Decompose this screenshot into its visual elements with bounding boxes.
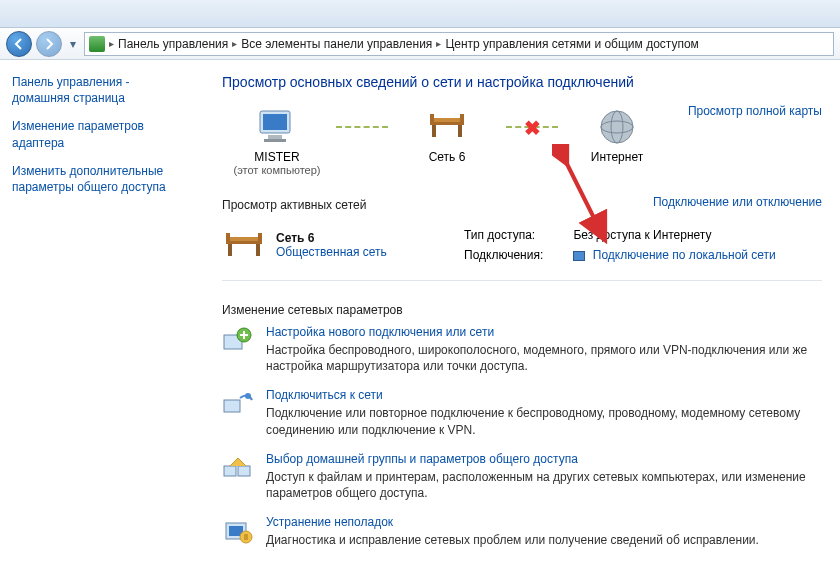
node-internet[interactable]: Интернет — [562, 104, 672, 164]
address-bar[interactable]: ▸ Панель управления ▸ Все элементы панел… — [84, 32, 834, 56]
troubleshoot-icon — [222, 515, 254, 547]
main-content: Просмотр основных сведений о сети и наст… — [200, 60, 840, 570]
breadcrumb-arrow-icon: ▸ — [109, 38, 114, 49]
svg-rect-17 — [256, 244, 260, 256]
task-troubleshoot[interactable]: Устранение неполадок Диагностика и испра… — [222, 515, 822, 548]
task-title[interactable]: Устранение неполадок — [266, 515, 759, 529]
svg-rect-8 — [430, 114, 434, 124]
node-pc-sub: (этот компьютер) — [222, 164, 332, 176]
lan-icon — [573, 251, 585, 261]
homegroup-icon — [222, 452, 254, 484]
task-title[interactable]: Настройка нового подключения или сети — [266, 325, 822, 339]
task-homegroup[interactable]: Выбор домашней группы и параметров общег… — [222, 452, 822, 501]
active-net-name: Сеть 6 — [276, 231, 446, 245]
task-title[interactable]: Выбор домашней группы и параметров общег… — [266, 452, 822, 466]
breadcrumb-seg2[interactable]: Все элементы панели управления — [241, 37, 432, 51]
network-map: MISTER (этот компьютер) Сеть 6 ✖ Интерне… — [222, 104, 822, 176]
access-type-label: Тип доступа: — [458, 226, 565, 244]
node-internet-label: Интернет — [562, 150, 672, 164]
task-desc: Настройка беспроводного, широкополосного… — [266, 342, 822, 374]
network-params-label: Изменение сетевых параметров — [222, 303, 822, 317]
task-desc: Диагностика и исправление сетевых пробле… — [266, 532, 759, 548]
svg-point-23 — [245, 393, 251, 399]
svg-rect-25 — [238, 466, 250, 476]
navigation-toolbar: ▾ ▸ Панель управления ▸ Все элементы пан… — [0, 28, 840, 60]
node-network[interactable]: Сеть 6 — [392, 104, 502, 164]
connection-line-broken-icon: ✖ — [502, 104, 562, 150]
task-desc: Доступ к файлам и принтерам, расположенн… — [266, 469, 822, 501]
connection-line-icon — [332, 104, 392, 150]
connect-network-icon — [222, 388, 254, 420]
full-map-link[interactable]: Просмотр полной карты — [688, 104, 822, 118]
svg-rect-9 — [460, 114, 464, 124]
breadcrumb-seg1[interactable]: Панель управления — [118, 37, 228, 51]
connection-error-icon: ✖ — [524, 116, 541, 140]
back-button[interactable] — [6, 31, 32, 57]
history-dropdown-icon[interactable]: ▾ — [66, 33, 80, 55]
svg-rect-16 — [228, 244, 232, 256]
svg-rect-29 — [244, 534, 248, 540]
connect-disconnect-link[interactable]: Подключение или отключение — [653, 195, 822, 209]
window-titlebar — [0, 0, 840, 28]
node-net-name: Сеть 6 — [392, 150, 502, 164]
svg-rect-15 — [226, 241, 262, 244]
bench-icon — [222, 229, 266, 261]
task-title[interactable]: Подключиться к сети — [266, 388, 822, 402]
sidebar-adapter-link[interactable]: Изменение параметров адаптера — [12, 118, 187, 150]
active-net-type-link[interactable]: Общественная сеть — [276, 245, 387, 259]
computer-icon — [222, 104, 332, 150]
svg-rect-14 — [226, 237, 262, 241]
svg-rect-5 — [430, 122, 464, 125]
globe-icon — [562, 104, 672, 150]
svg-rect-19 — [258, 233, 262, 243]
node-this-pc[interactable]: MISTER (этот компьютер) — [222, 104, 332, 176]
breadcrumb-seg3[interactable]: Центр управления сетями и общим доступом — [445, 37, 699, 51]
new-connection-icon — [222, 325, 254, 357]
svg-rect-3 — [264, 139, 286, 142]
task-new-connection[interactable]: Настройка нового подключения или сети На… — [222, 325, 822, 374]
task-desc: Подключение или повторное подключение к … — [266, 405, 822, 437]
svg-rect-4 — [430, 118, 464, 122]
forward-button[interactable] — [36, 31, 62, 57]
svg-point-10 — [601, 111, 633, 143]
svg-rect-7 — [458, 125, 462, 137]
breadcrumb-arrow-icon: ▸ — [232, 38, 237, 49]
connection-details: Тип доступа: Без доступа к Интернету Под… — [456, 224, 822, 266]
active-networks-label: Просмотр активных сетей — [222, 198, 366, 212]
task-connect-network[interactable]: Подключиться к сети Подключение или повт… — [222, 388, 822, 437]
node-pc-name: MISTER — [222, 150, 332, 164]
sidebar-sharing-link[interactable]: Изменить дополнительные параметры общего… — [12, 163, 187, 195]
breadcrumb-arrow-icon: ▸ — [436, 38, 441, 49]
connections-label: Подключения: — [458, 246, 565, 264]
svg-rect-6 — [432, 125, 436, 137]
active-network-row: Сеть 6 Общественная сеть Тип доступа: Бе… — [222, 224, 822, 266]
sidebar-home-link[interactable]: Панель управления - домашняя страница — [12, 74, 187, 106]
control-panel-icon — [89, 36, 105, 52]
bench-icon — [392, 104, 502, 150]
svg-rect-24 — [224, 466, 236, 476]
access-type-value: Без доступа к Интернету — [567, 226, 820, 244]
sidebar: Панель управления - домашняя страница Из… — [0, 60, 200, 570]
connection-link[interactable]: Подключение по локальной сети — [593, 248, 776, 262]
svg-rect-1 — [263, 114, 287, 130]
svg-rect-18 — [226, 233, 230, 243]
svg-rect-22 — [224, 400, 240, 412]
page-heading: Просмотр основных сведений о сети и наст… — [222, 74, 822, 90]
svg-rect-2 — [268, 135, 282, 139]
